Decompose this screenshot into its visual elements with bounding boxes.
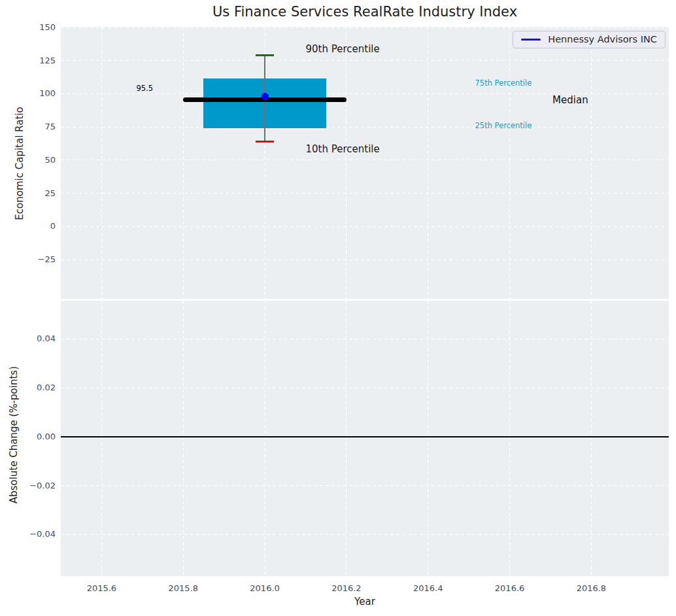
x-gridline [346, 27, 346, 299]
legend-label: Hennessy Advisors INC [548, 34, 657, 44]
y-tick-label: −25 [5, 254, 56, 265]
y-gridline [61, 485, 669, 486]
p10-cap [256, 141, 274, 143]
y-gridline [61, 388, 669, 388]
y-gridline [61, 193, 669, 194]
y-tick-label: −0.02 [5, 480, 56, 492]
y-gridline [61, 60, 669, 61]
y-tick-label: 50 [5, 154, 56, 166]
legend: Hennessy Advisors INC [513, 31, 666, 48]
y-gridline [61, 127, 669, 128]
x-tick-label: 2015.8 [157, 583, 209, 594]
y-tick-label: 100 [5, 88, 56, 99]
annotation-p25-label: 25th Percentile [475, 121, 532, 130]
x-axis-label: Year [61, 596, 669, 607]
y-gridline [61, 27, 669, 28]
figure: Us Finance Services RealRate Industry In… [0, 0, 676, 616]
top-plot-area: 90th Percentile10th Percentile95.575th P… [61, 27, 669, 299]
annotation-p75-label: 75th Percentile [475, 78, 532, 88]
x-gridline [101, 27, 102, 299]
y-gridline [61, 160, 669, 160]
x-tick-label: 2016.8 [565, 583, 617, 594]
x-gridline [428, 27, 428, 299]
annotation-p90-label: 90th Percentile [305, 43, 379, 55]
y-tick-label: 150 [5, 22, 56, 33]
annotation-median-label: Median [552, 94, 588, 106]
annotation-median-value: 95.5 [136, 84, 153, 93]
x-tick-label: 2016.0 [239, 583, 291, 594]
y-gridline [61, 339, 669, 339]
y-tick-label: 0.02 [5, 382, 56, 394]
annotation-p10-label: 10th Percentile [305, 143, 379, 155]
y-gridline [61, 260, 669, 260]
y-tick-label: 0.00 [5, 431, 56, 443]
y-tick-label: 25 [5, 188, 56, 199]
x-tick-label: 2016.2 [320, 583, 373, 594]
y-tick-label: 0 [5, 220, 56, 232]
y-tick-label: 0.04 [5, 333, 56, 345]
zero-line [61, 436, 669, 437]
x-gridline [183, 27, 184, 299]
x-tick-label: 2016.6 [484, 583, 536, 594]
legend-line-sample [521, 39, 541, 41]
y-tick-label: 125 [5, 55, 56, 67]
bottom-plot-area [61, 301, 669, 576]
y-tick-label: −0.04 [5, 528, 56, 540]
x-gridline [591, 27, 592, 299]
x-gridline [509, 27, 510, 299]
company-dot [262, 93, 269, 100]
x-tick-label: 2015.6 [75, 583, 127, 594]
y-gridline [61, 226, 669, 227]
p90-cap [256, 54, 274, 56]
x-tick-label: 2016.4 [402, 583, 454, 594]
chart-title: Us Finance Services RealRate Industry In… [61, 4, 669, 20]
y-gridline [61, 534, 669, 535]
y-tick-label: 75 [5, 121, 56, 133]
